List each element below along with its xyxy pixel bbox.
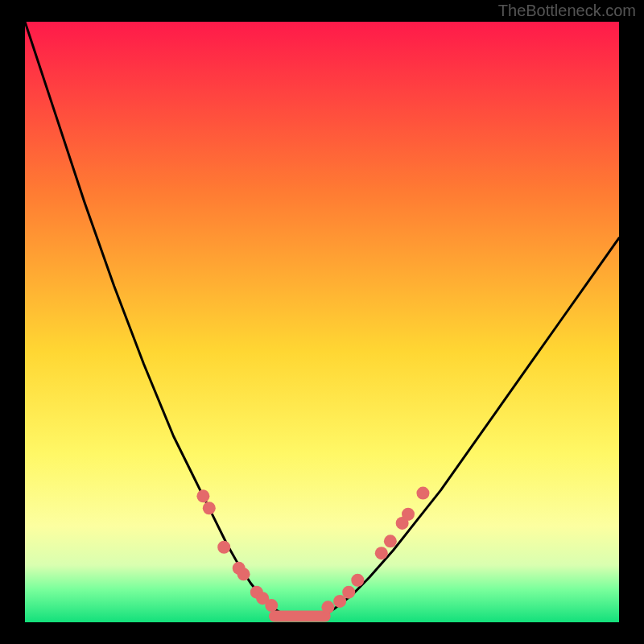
marker-right: [384, 535, 397, 547]
chart-frame: TheBottleneck.com: [0, 0, 644, 644]
gradient-background: [25, 22, 619, 622]
chart-svg: [25, 22, 619, 622]
marker-left: [237, 568, 250, 580]
marker-right: [402, 508, 415, 521]
marker-right: [321, 601, 334, 613]
marker-left: [203, 502, 216, 514]
marker-right: [416, 487, 429, 500]
plot-area: [25, 22, 619, 622]
marker-left: [217, 541, 230, 554]
marker-right: [375, 547, 388, 559]
marker-right: [351, 574, 364, 587]
watermark-text: TheBottleneck.com: [498, 2, 636, 20]
marker-left: [196, 489, 209, 502]
marker-right: [342, 586, 355, 599]
marker-left: [265, 599, 278, 612]
